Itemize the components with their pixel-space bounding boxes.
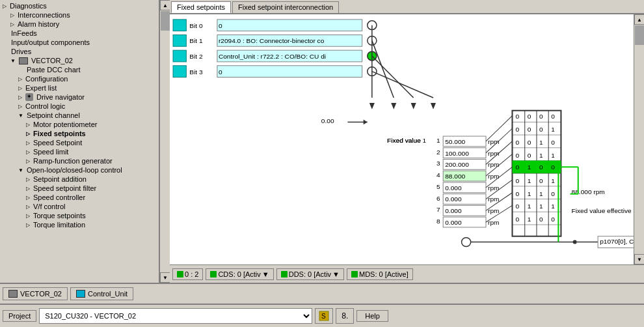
scroll-down-btn[interactable]: ▼ xyxy=(160,272,170,283)
svg-text:0: 0 xyxy=(539,113,543,121)
diagram-scrollbar[interactable]: ▲ ▼ xyxy=(634,14,644,264)
svg-text:88.000: 88.000 xyxy=(445,173,465,180)
sidebar-item-6[interactable]: ▼VECTOR_02 xyxy=(0,56,159,65)
taskbar-svg-icon: S xyxy=(318,310,330,322)
svg-text:rpm: rpm xyxy=(488,150,499,157)
sidebar-label-2: Alarm history xyxy=(18,20,59,28)
svg-line-22 xyxy=(372,56,414,98)
sidebar-label-13: Motor potentiometer xyxy=(33,121,97,128)
svg-text:0.000: 0.000 xyxy=(445,219,462,226)
svg-text:Bit 2: Bit 2 xyxy=(189,53,203,60)
sidebar-label-4: Input/output components xyxy=(11,38,90,46)
svg-text:0: 0 xyxy=(528,113,531,121)
taskbar-icon2[interactable]: 8. xyxy=(336,308,354,324)
svg-text:1: 1 xyxy=(551,152,555,159)
bottom-tab-vector02[interactable]: VECTOR_02 xyxy=(3,287,68,300)
tree-arrow-10: ▷ xyxy=(18,94,22,100)
sidebar-item-5[interactable]: Drives xyxy=(0,47,159,56)
sidebar-label-14: Fixed setpoints xyxy=(33,130,86,137)
svg-text:0: 0 xyxy=(516,216,520,223)
help-button[interactable]: Help xyxy=(356,310,388,322)
tree-arrow-13: ▷ xyxy=(26,122,30,128)
drive-icon-6 xyxy=(19,57,28,64)
sidebar-scrollbar[interactable]: ▲ ▼ xyxy=(159,0,170,283)
svg-text:r2094.0 : BO: Connector-binect: r2094.0 : BO: Connector-binector co xyxy=(219,37,325,44)
svg-text:0: 0 xyxy=(516,203,520,210)
sidebar-item-3[interactable]: InFeeds xyxy=(0,29,159,38)
sidebar-item-21[interactable]: ▷Speed controller xyxy=(0,193,159,202)
taskbar-icon2-label: 8. xyxy=(342,311,348,320)
sidebar-item-0[interactable]: ▷Diagnostics xyxy=(0,1,159,10)
svg-text:1: 1 xyxy=(539,190,543,197)
taskbar-icon1[interactable]: S xyxy=(315,308,333,324)
tab-fixed-setpoint-interconnection[interactable]: Fixed setpoint interconnection xyxy=(232,1,339,13)
sidebar-item-24[interactable]: ▷Torque limitation xyxy=(0,220,159,229)
svg-text:7: 7 xyxy=(436,206,440,213)
sidebar-item-23[interactable]: ▷Torque setpoints xyxy=(0,211,159,220)
svg-text:0: 0 xyxy=(539,164,543,171)
scroll-up-diagram[interactable]: ▲ xyxy=(634,14,644,25)
sidebar-item-17[interactable]: ▷Ramp-function generator xyxy=(0,156,159,165)
sidebar-label-9: Expert list xyxy=(25,84,57,92)
bottom-bar: VECTOR_02 Control_Unit xyxy=(0,283,644,304)
sidebar-item-22[interactable]: ▷V/f control xyxy=(0,202,159,211)
scroll-thumb[interactable] xyxy=(161,11,170,31)
ds-button[interactable]: 0 : 2 xyxy=(172,268,203,280)
mds-button[interactable]: MDS: 0 [Active] xyxy=(347,268,413,280)
status-bar: 0 : 2 CDS: 0 [Activ ▼ DDS: 0 [Activ ▼ MD… xyxy=(170,264,644,283)
cds-indicator xyxy=(210,271,217,277)
sidebar-label-18: Open-loop/closed-loop control xyxy=(27,166,122,174)
dds-button[interactable]: DDS: 0 [Activ ▼ xyxy=(276,268,344,280)
sidebar-item-13[interactable]: ▷Motor potentiometer xyxy=(0,120,159,129)
sidebar-item-10[interactable]: ▷✦Drive navigator xyxy=(0,92,159,102)
scroll-thumb-diagram[interactable] xyxy=(635,25,644,45)
sidebar-item-7[interactable]: Paste DCC chart xyxy=(0,65,159,74)
sidebar-item-16[interactable]: ▷Speed limit xyxy=(0,147,159,156)
bottom-tab-vector02-label: VECTOR_02 xyxy=(20,290,62,298)
scroll-down-diagram[interactable]: ▼ xyxy=(634,254,644,264)
sidebar-item-14[interactable]: ▷Fixed setpoints xyxy=(0,129,159,138)
sidebar-item-9[interactable]: ▷Expert list xyxy=(0,83,159,92)
sidebar-item-8[interactable]: ▷Configuration xyxy=(0,74,159,83)
sidebar-label-8: Configuration xyxy=(25,75,68,83)
sidebar-item-18[interactable]: ▼Open-loop/closed-loop control xyxy=(0,165,159,175)
tree-arrow-14: ▷ xyxy=(26,131,30,137)
tree-arrow-21: ▷ xyxy=(26,195,30,201)
sidebar-item-11[interactable]: ▷Control logic xyxy=(0,102,159,111)
ds-label: 0 : 2 xyxy=(185,270,198,278)
tree-arrow-23: ▷ xyxy=(26,213,30,219)
svg-text:Fixed value: Fixed value xyxy=(387,137,421,144)
svg-text:0: 0 xyxy=(516,190,520,197)
sidebar-item-12[interactable]: ▼Setpoint channel xyxy=(0,111,159,120)
tab-fixed-setpoints[interactable]: Fixed setpoints xyxy=(171,1,231,13)
bottom-tab-controlunit-label: Control_Unit xyxy=(88,290,127,298)
cds-button[interactable]: CDS: 0 [Activ ▼ xyxy=(206,268,273,280)
sidebar-item-15[interactable]: ▷Speed Setpoint xyxy=(0,138,159,147)
svg-text:5: 5 xyxy=(436,183,440,190)
svg-text:4: 4 xyxy=(436,171,440,178)
svg-text:200.000: 200.000 xyxy=(445,161,469,168)
taskbar-dropdown[interactable]: S120_CU320 - VECTOR_02 xyxy=(39,308,312,324)
sidebar-item-1[interactable]: ▷Interconnections xyxy=(0,10,159,20)
project-button[interactable]: Project xyxy=(3,310,36,322)
sidebar-label-23: Torque setpoints xyxy=(33,212,86,220)
mds-label: MDS: 0 [Active] xyxy=(359,270,409,278)
drive-icon xyxy=(8,290,18,298)
scroll-up-btn[interactable]: ▲ xyxy=(160,0,170,10)
tree-arrow-2: ▷ xyxy=(10,21,14,27)
svg-text:1: 1 xyxy=(539,152,543,159)
sidebar-item-19[interactable]: ▷Setpoint addition xyxy=(0,175,159,184)
svg-text:0: 0 xyxy=(551,216,555,223)
sidebar-item-2[interactable]: ▷Alarm history xyxy=(0,20,159,29)
diagram-svg: Bit 0 0 Bit 1 r2094.0 : BO: Connector-bi… xyxy=(170,14,644,264)
svg-text:Bit 3: Bit 3 xyxy=(189,68,203,76)
svg-text:1: 1 xyxy=(528,216,531,223)
tree-arrow-17: ▷ xyxy=(26,158,30,164)
svg-text:0.000: 0.000 xyxy=(445,207,462,214)
sidebar-item-20[interactable]: ▷Speed setpoint filter xyxy=(0,184,159,193)
bottom-tab-controlunit[interactable]: Control_Unit xyxy=(70,287,133,300)
svg-text:0: 0 xyxy=(551,113,555,121)
svg-rect-17 xyxy=(217,66,362,78)
svg-text:0.00: 0.00 xyxy=(321,118,334,125)
sidebar-item-4[interactable]: Input/output components xyxy=(0,38,159,47)
